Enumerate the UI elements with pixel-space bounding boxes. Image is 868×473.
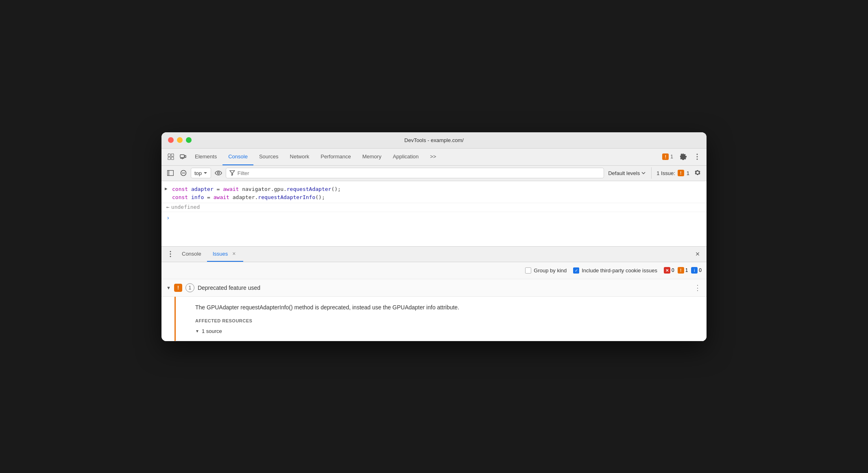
- svg-rect-2: [168, 157, 170, 160]
- tab-network[interactable]: Network: [284, 148, 315, 165]
- inspector-icon-btn[interactable]: [165, 151, 177, 163]
- tab-console[interactable]: Console: [222, 148, 253, 165]
- issue-group: ▼ ! 1 Deprecated feature used ⋮ The GPUA…: [161, 279, 707, 341]
- console-output: ▶ const adapter = await navigator.gpu.re…: [161, 181, 707, 246]
- svg-point-8: [697, 154, 698, 155]
- issues-count-display[interactable]: 1 Issue: ! 1: [651, 167, 703, 179]
- window-title: DevTools - example.com/: [404, 137, 464, 143]
- svg-rect-4: [180, 155, 184, 158]
- issues-badge[interactable]: ! 1: [660, 152, 676, 161]
- group-by-kind-box[interactable]: [525, 267, 531, 274]
- more-options-button[interactable]: [691, 151, 703, 163]
- svg-point-19: [170, 256, 171, 257]
- close-button[interactable]: [168, 137, 174, 143]
- issue-title: Deprecated feature used: [198, 285, 691, 291]
- maximize-button[interactable]: [186, 137, 192, 143]
- bottom-panel: Console Issues × × Group by kind ✓ Inclu…: [161, 246, 707, 341]
- tab-performance[interactable]: Performance: [315, 148, 356, 165]
- tab-sources[interactable]: Sources: [253, 148, 284, 165]
- svg-rect-5: [185, 155, 186, 158]
- group-by-kind-checkbox[interactable]: Group by kind: [525, 267, 567, 274]
- tab-issues-close[interactable]: ×: [230, 250, 238, 257]
- issue-counts: ✕ 0 ! 1 i 0: [664, 267, 702, 274]
- issues-filter-bar: Group by kind ✓ Include third-party cook…: [161, 262, 707, 279]
- context-selector[interactable]: top: [191, 168, 211, 178]
- panel-tab-bar: Console Issues × ×: [161, 247, 707, 262]
- console-settings-btn[interactable]: [692, 167, 703, 179]
- include-third-party-box[interactable]: ✓: [573, 267, 579, 274]
- sidebar-toggle-btn[interactable]: [165, 167, 176, 179]
- tab-console-panel[interactable]: Console: [176, 246, 207, 262]
- issue-description: The GPUAdapter requestAdapterInfo() meth…: [195, 303, 700, 312]
- panel-menu-icon[interactable]: [165, 248, 176, 260]
- tabs-right-controls: ! 1: [660, 151, 703, 163]
- minimize-button[interactable]: [177, 137, 183, 143]
- devtools-window: DevTools - example.com/ Elements: [161, 132, 707, 341]
- svg-point-10: [697, 159, 698, 160]
- warn-count-badge: ! 1: [678, 267, 688, 274]
- result-value: undefined: [171, 204, 200, 210]
- svg-point-15: [218, 172, 220, 174]
- devtools-tab-bar: Elements Console Sources Network Perform…: [161, 149, 707, 166]
- tab-elements[interactable]: Elements: [189, 148, 222, 165]
- result-arrow: ←: [166, 204, 170, 210]
- error-icon: ✕: [664, 267, 670, 274]
- console-toolbar: top Default levels 1 Issue: ! 1: [161, 166, 707, 181]
- warn-icon: !: [662, 153, 669, 160]
- source-expand-arrow[interactable]: ▼: [195, 329, 199, 333]
- console-prompt-symbol: ›: [166, 215, 170, 221]
- console-code-entry: ▶ const adapter = await navigator.gpu.re…: [161, 184, 707, 204]
- issue-group-header[interactable]: ▼ ! 1 Deprecated feature used ⋮: [161, 279, 707, 297]
- tab-application[interactable]: Application: [387, 148, 425, 165]
- issue-count-circle: 1: [185, 283, 194, 292]
- svg-point-17: [170, 251, 171, 252]
- filter-input[interactable]: [238, 170, 600, 176]
- svg-point-9: [697, 156, 698, 158]
- device-icon-btn[interactable]: [177, 151, 189, 163]
- tab-issues-panel[interactable]: Issues ×: [207, 246, 244, 262]
- affected-resources-label: AFFECTED RESOURCES: [195, 318, 700, 323]
- console-code-block: const adapter = await navigator.gpu.requ…: [172, 185, 341, 202]
- svg-point-18: [170, 254, 171, 255]
- tab-memory[interactable]: Memory: [357, 148, 387, 165]
- settings-button[interactable]: [677, 151, 689, 163]
- expand-arrow[interactable]: ▶: [165, 185, 170, 191]
- traffic-lights: [168, 137, 192, 143]
- warn-icon-lg: !: [678, 267, 684, 274]
- issues-warn-icon: !: [678, 170, 684, 176]
- include-third-party-checkbox[interactable]: ✓ Include third-party cookie issues: [573, 267, 657, 274]
- info-count-badge: i 0: [691, 267, 702, 274]
- levels-dropdown[interactable]: Default levels: [606, 169, 648, 177]
- tab-more[interactable]: >>: [424, 148, 442, 165]
- svg-rect-1: [171, 154, 174, 156]
- issue-warn-badge: !: [174, 284, 182, 292]
- issue-more-options[interactable]: ⋮: [694, 283, 702, 292]
- clear-console-btn[interactable]: [178, 167, 189, 179]
- issue-expand-arrow[interactable]: ▼: [166, 285, 171, 290]
- svg-rect-0: [168, 154, 170, 156]
- toolbar-right: Default levels 1 Issue: ! 1: [606, 167, 703, 179]
- svg-marker-16: [230, 171, 235, 175]
- panel-close-button[interactable]: ×: [692, 248, 703, 260]
- title-bar: DevTools - example.com/: [161, 132, 707, 149]
- error-count-badge: ✕ 0: [664, 267, 674, 274]
- console-prompt-entry[interactable]: ›: [161, 214, 707, 223]
- source-row[interactable]: ▼ 1 source: [195, 328, 700, 334]
- issue-body: The GPUAdapter requestAdapterInfo() meth…: [174, 297, 707, 341]
- info-icon: i: [691, 267, 698, 274]
- svg-rect-11: [168, 171, 174, 176]
- filter-box[interactable]: [226, 168, 604, 178]
- eye-filter-btn[interactable]: [213, 167, 224, 179]
- console-result-entry: ← undefined: [161, 203, 707, 212]
- svg-rect-3: [171, 157, 174, 160]
